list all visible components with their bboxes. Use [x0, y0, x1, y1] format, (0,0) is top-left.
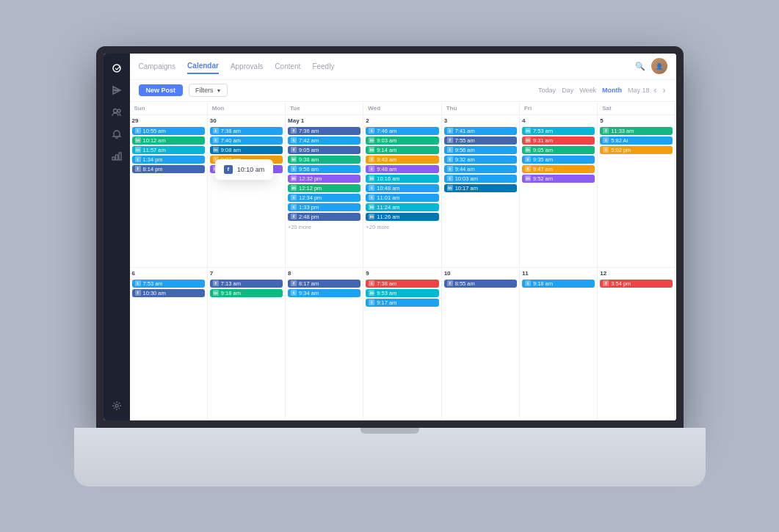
- laptop-base: [74, 428, 706, 487]
- cal-event[interactable]: t1:34 pm: [132, 156, 205, 164]
- sidebar-icon-send[interactable]: [108, 81, 126, 99]
- cal-event[interactable]: t7:53 am: [132, 280, 205, 288]
- cal-event[interactable]: in9:52 am: [522, 175, 595, 183]
- cal-event[interactable]: t9:32 am: [444, 156, 517, 164]
- avatar[interactable]: 👤: [651, 58, 667, 74]
- cal-event[interactable]: f9:05 am: [288, 146, 360, 154]
- cal-event[interactable]: t7:42 am: [288, 136, 360, 145]
- cal-cell-3[interactable]: 3 t7:41 am f7:55 am t9:56 am t9:32 am t9…: [442, 115, 520, 268]
- cal-event[interactable]: t7:38 am: [366, 280, 438, 288]
- cal-event[interactable]: in10:16 am: [366, 175, 438, 183]
- nav-campaigns[interactable]: Campaigns: [139, 59, 176, 73]
- cal-event[interactable]: f7:55 am: [444, 136, 517, 145]
- more-events[interactable]: +20 more: [288, 224, 360, 230]
- cal-event[interactable]: t9:35 am: [522, 156, 595, 164]
- cal-event[interactable]: t9:44 am: [444, 165, 517, 173]
- cal-event[interactable]: t9:34 am: [288, 289, 360, 297]
- cal-event[interactable]: in10:17 am: [444, 184, 517, 192]
- cal-cell-12[interactable]: 12 f3:54 pm: [598, 268, 675, 420]
- cal-event[interactable]: t9:17 am: [366, 299, 438, 307]
- cal-event[interactable]: in11:24 am: [366, 203, 438, 211]
- cal-cell-4[interactable]: 4 in7:53 am in9:31 am in9:05 am t9:35 am…: [520, 115, 598, 268]
- cal-event[interactable]: t10:55 am: [132, 127, 205, 135]
- cal-event[interactable]: f3:54 pm: [600, 280, 673, 288]
- cal-event[interactable]: t1:33 pm: [288, 203, 360, 211]
- cal-event[interactable]: t7:41 am: [444, 127, 517, 135]
- sidebar-icon-logo[interactable]: [108, 59, 126, 77]
- cal-cell-8[interactable]: 8 f8:17 am t9:34 am: [286, 268, 363, 420]
- next-month-button[interactable]: ›: [662, 85, 667, 95]
- cal-event[interactable]: f11:33 am: [600, 127, 673, 135]
- cal-event[interactable]: in12:32 pm: [288, 175, 360, 183]
- cal-event[interactable]: f9:43 am: [366, 156, 438, 164]
- cal-event[interactable]: in9:05 am: [522, 146, 595, 154]
- svg-point-0: [113, 65, 120, 72]
- cal-event[interactable]: in7:53 am: [522, 127, 595, 135]
- cal-event[interactable]: t5:82 Ai: [600, 136, 673, 145]
- cal-event[interactable]: t9:56 am: [444, 146, 517, 154]
- cal-event[interactable]: f9:47 am: [522, 165, 595, 173]
- sidebar-icon-chart[interactable]: [108, 147, 126, 165]
- cal-event[interactable]: in9:08 am: [210, 146, 283, 154]
- event-popup[interactable]: f 10:10 am: [215, 159, 274, 180]
- cal-event[interactable]: in11:57 am: [132, 146, 205, 154]
- cal-cell-6[interactable]: 6 t7:53 am f10:30 am: [130, 268, 208, 420]
- cal-event[interactable]: f8:17 am: [288, 280, 360, 288]
- cal-cell-5[interactable]: 5 f11:33 am t5:82 Ai t5:02 pm: [598, 115, 675, 268]
- chevron-down-icon: ▼: [217, 88, 222, 93]
- sidebar-icon-users[interactable]: [108, 103, 126, 121]
- cal-cell-11[interactable]: 11 t9:18 am: [520, 268, 598, 420]
- cal-event[interactable]: f10:30 am: [132, 289, 205, 297]
- svg-rect-4: [115, 155, 117, 160]
- cal-cell-2[interactable]: 2 t7:46 am in9:03 am in9:14 am f9:43 am …: [363, 115, 441, 268]
- cal-event[interactable]: in11:26 am: [366, 213, 438, 221]
- cal-cell-7[interactable]: 7 f7:13 am in9:18 am: [208, 268, 286, 420]
- cal-event[interactable]: in9:03 am: [366, 136, 438, 145]
- cal-event[interactable]: t9:48 am: [366, 165, 438, 173]
- cal-event[interactable]: f2:48 pm: [288, 213, 360, 221]
- cal-event[interactable]: t9:18 am: [522, 280, 595, 288]
- day-header-thu: Thu: [442, 102, 520, 114]
- cal-cell-30[interactable]: 30 t7:38 am t7:40 am in9:08 am t9:07 am …: [208, 115, 286, 268]
- cal-cell-10[interactable]: 10 f8:55 am: [442, 268, 520, 420]
- new-post-button[interactable]: New Post: [139, 84, 184, 96]
- cal-event[interactable]: f7:13 am: [210, 280, 283, 288]
- filters-button[interactable]: Filters ▼: [189, 84, 228, 97]
- cal-event[interactable]: t11:01 am: [366, 194, 438, 202]
- cal-event[interactable]: t5:02 pm: [600, 146, 673, 154]
- view-today[interactable]: Today: [538, 87, 556, 94]
- cal-event[interactable]: t12:34 pm: [288, 194, 360, 202]
- nav-content[interactable]: Content: [275, 59, 300, 73]
- cal-event[interactable]: in9:31 am: [522, 136, 595, 145]
- nav-feedly[interactable]: Feedly: [312, 59, 334, 73]
- cal-event[interactable]: t10:03 am: [444, 175, 517, 183]
- cal-event[interactable]: t7:40 am: [210, 136, 283, 145]
- cal-event[interactable]: in9:14 am: [366, 146, 438, 154]
- cal-cell-may1[interactable]: May 1 f7:36 am t7:42 am f9:05 am in9:38 …: [286, 115, 363, 268]
- cal-event[interactable]: in12:12 pm: [288, 184, 360, 192]
- sidebar-icon-settings[interactable]: [108, 397, 126, 415]
- cal-event[interactable]: in9:38 am: [288, 156, 360, 164]
- cal-event[interactable]: f7:36 am: [288, 127, 360, 135]
- view-day[interactable]: Day: [562, 87, 573, 94]
- cal-event[interactable]: t9:56 am: [288, 165, 360, 173]
- view-week[interactable]: Week: [579, 87, 596, 94]
- sidebar-icon-bell[interactable]: [108, 125, 126, 143]
- cal-event[interactable]: in9:53 am: [366, 289, 438, 297]
- svg-rect-5: [119, 153, 121, 160]
- search-icon[interactable]: 🔍: [635, 62, 645, 71]
- cal-cell-29[interactable]: 29 t10:55 am in10:12 am in11:57 am t1:34…: [130, 115, 208, 268]
- cal-event[interactable]: t7:46 am: [366, 127, 438, 135]
- nav-approvals[interactable]: Approvals: [231, 59, 263, 73]
- cal-event[interactable]: t7:38 am: [210, 127, 283, 135]
- view-month[interactable]: Month: [602, 87, 622, 94]
- cal-event[interactable]: f8:14 pm: [132, 165, 205, 173]
- cal-event[interactable]: in9:18 am: [210, 289, 283, 297]
- cal-event[interactable]: t10:48 am: [366, 184, 438, 192]
- cal-cell-9[interactable]: 9 t7:38 am in9:53 am t9:17 am: [363, 268, 441, 420]
- more-events[interactable]: +20 more: [366, 224, 438, 230]
- prev-month-button[interactable]: ‹: [653, 85, 659, 95]
- cal-event[interactable]: f8:55 am: [444, 280, 517, 288]
- nav-calendar[interactable]: Calendar: [187, 59, 219, 74]
- cal-event[interactable]: in10:12 am: [132, 136, 205, 145]
